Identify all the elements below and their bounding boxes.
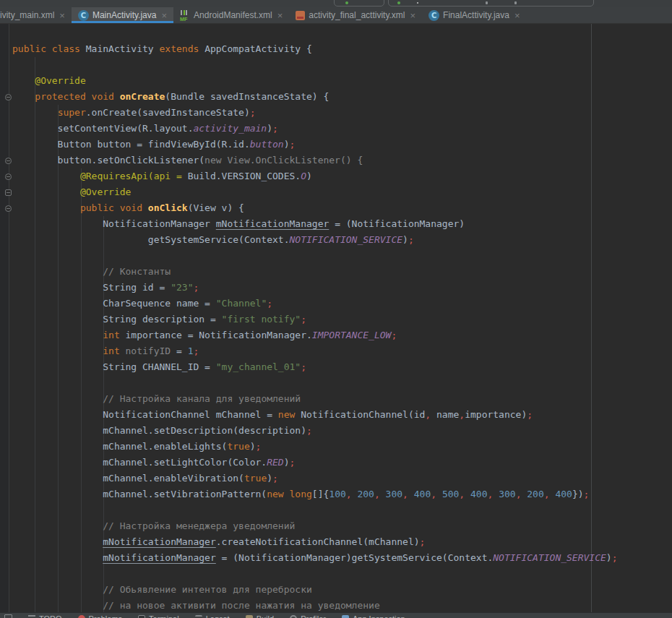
tab-label: ivity_main.xml [0,10,54,20]
toolwindow-label: Logcat [206,614,230,618]
tab-androidmanifest-xml[interactable]: MFAndroidManifest.xml× [173,7,289,23]
java-class-icon: C [428,10,439,21]
device-selector-box-fragment [388,0,594,7]
code-line: NotificationManager mNotificationManager… [12,216,672,232]
app-inspection-icon [342,615,349,618]
code-line: mNotificationManager = (NotificationMana… [12,550,672,566]
code-line: getSystemService(Context.NOTIFICATION_SE… [12,232,672,248]
tab-label: activity_final_acttivity.xml [309,10,405,20]
launch-dot-green [397,1,400,4]
toolbar-tick [514,1,517,4]
toolwindow-label: Build [257,614,274,618]
close-icon[interactable]: × [161,11,167,20]
toolwindow-todo[interactable]: TODO [28,614,62,618]
toolwindow-label: Profiler [301,614,326,618]
toolwindow-build[interactable]: Build [246,614,274,618]
code-line: @Override [12,73,672,89]
toolwindow-label: App Inspection [353,614,405,618]
tab-finalacttivity-java[interactable]: CFinalActtivity.java× [422,7,526,23]
code-line: Button button = findViewById(R.id.button… [12,137,672,153]
build-icon [246,615,253,618]
close-icon[interactable]: × [59,11,65,20]
toolwindow-terminal[interactable]: Terminal [138,614,179,618]
active-tab-underline [72,21,173,23]
code-line: super.onCreate(savedInstanceState); [12,105,672,121]
code-line: String description = "first notify"; [12,312,672,327]
code-text-area[interactable]: public class MainActivity extends AppCom… [0,24,672,612]
java-class-icon: C [78,10,89,21]
code-line: // на новое активити после нажатия на ув… [12,598,672,612]
manifest-icon: MF [180,10,190,20]
code-line [12,375,672,391]
code-line: mChannel.setVibrationPattern(new long[]{… [12,486,672,502]
code-line: mChannel.setDescription(description); [12,423,672,439]
logcat-icon [195,615,202,618]
toolwindow-profiler[interactable]: Profiler [290,614,326,618]
code-line: NotificationChannel mChannel = new Notif… [12,407,672,423]
code-line: // Настройка канала для уведомлений [12,391,672,407]
code-line: @Override [12,184,672,200]
code-line: setContentView(R.layout.activity_main); [12,121,672,137]
code-line: public void onClick(View v) { [12,200,672,216]
tab-mainactivity-java[interactable]: CMainActivity.java× [72,7,173,23]
tab-label: MainActivity.java [92,10,156,20]
run-config-box-fragment [334,0,384,7]
ide-window: ivity_main.xml×CMainActivity.java×MFAndr… [0,0,672,618]
close-icon[interactable]: × [277,11,283,20]
tab-label: FinalActtivity.java [443,10,509,20]
close-icon[interactable]: × [514,11,520,20]
profiler-icon [290,615,297,618]
code-line: protected void onCreate(Bundle savedInst… [12,89,672,105]
window-corner-icon[interactable] [4,614,12,618]
code-line: mNotificationManager.createNotificationC… [12,534,672,550]
code-line: button.setOnClickListener(new View.OnCli… [12,153,672,168]
toolwindow-label: TODO [39,614,62,618]
code-line: String id = "23"; [12,280,672,296]
toolwindow-bar: TODOProblemsTerminalLogcatBuildProfilerA… [0,612,672,618]
code-editor[interactable]: public class MainActivity extends AppCom… [0,24,672,612]
toolwindow-logcat[interactable]: Logcat [195,614,230,618]
toolwindow-label: Terminal [149,614,179,618]
code-line: String CHANNEL_ID = "my_channel_01"; [12,359,672,375]
code-line: public class MainActivity extends AppCom… [12,41,672,57]
code-line: int notifyID = 1; [12,343,672,359]
close-icon[interactable]: × [410,11,416,20]
code-line: mChannel.enableLights(true); [12,439,672,455]
toolwindow-app-inspection[interactable]: App Inspection [342,614,405,618]
tab-label: AndroidManifest.xml [194,10,272,20]
run-dot-green [345,1,348,4]
code-line: @RequiresApi(api = Build.VERSION_CODES.O… [12,168,672,184]
toolwindow-problems[interactable]: Problems [78,614,122,618]
tab-activity-final-acttivity-xml[interactable]: activity_final_acttivity.xml× [289,7,422,23]
code-line [12,57,672,73]
toolbar-dot [417,2,418,4]
code-line: mChannel.setLightColor(Color.RED); [12,455,672,471]
tab-activity-main-xml[interactable]: ivity_main.xml× [0,7,72,23]
toolbar-tick [486,1,488,4]
toolwindow-label: Problems [89,614,122,618]
code-line: int importance = NotificationManager.IMP… [12,327,672,343]
code-line: // Обьявление интентов для переброски [12,582,672,598]
code-line [12,566,672,582]
editor-tab-bar: ivity_main.xml×CMainActivity.java×MFAndr… [0,7,672,24]
code-line: // Настройка менеджера уведомлений [12,518,672,534]
code-line: CharSequence name = "Channel"; [12,296,672,312]
code-line [12,248,672,264]
code-line [12,502,672,518]
terminal-icon [138,615,145,618]
problems-icon [78,615,85,618]
layout-xml-icon [296,11,305,20]
code-line: // Константы [12,264,672,280]
todo-icon [28,615,35,618]
code-line: mChannel.enableVibration(true); [12,471,672,486]
